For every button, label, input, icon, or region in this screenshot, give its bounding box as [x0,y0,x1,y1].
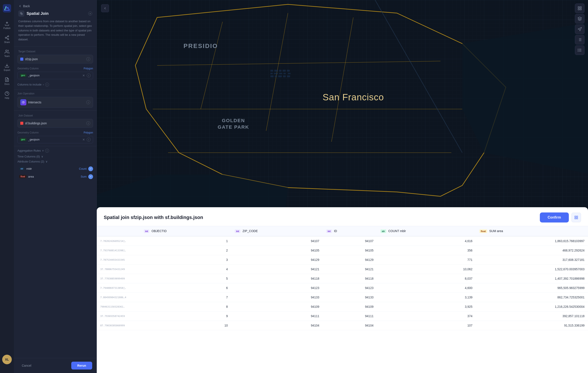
result-table: int OBJECTID int ZIP_CODE int ID str [97,226,588,330]
cell-zipcode: 94109 [231,302,323,311]
join-geo-info[interactable]: i [87,138,91,142]
confirm-button[interactable]: Confirm [540,212,569,222]
svg-point-1 [8,35,9,37]
table-row: 37.77838859899499 5 94118 94118 8,037 1,… [97,274,588,283]
svg-marker-48 [578,27,582,31]
result-panel: Spatial join sfzip.json with sf.building… [97,207,588,373]
app-logo[interactable] [2,3,12,13]
zipcode-type-badge: int [235,230,240,233]
svg-rect-63 [577,218,578,219]
sidebar-publish-label: Publish [3,27,11,29]
cancel-button[interactable]: Cancel [18,362,35,370]
cell-sum-area: 1,522,670.003957003 [476,264,588,274]
rerun-button[interactable]: Rerun [71,362,92,370]
target-geo-info[interactable]: i [87,74,91,77]
cell-prefix: 7.787534455433345 [97,255,140,264]
join-geo-remove-btn[interactable]: ✕ [82,138,85,141]
cell-count-mblr: 4,600 [377,283,476,293]
join-op-name: Intersects [28,100,42,104]
svg-rect-37 [283,76,286,77]
target-dataset-dot [20,58,23,61]
columns-include-row[interactable]: Columns to include › i [14,81,96,88]
geo-type-badge: geo [20,74,26,77]
svg-point-2 [5,37,7,38]
result-actions: Confirm [540,212,581,222]
map-list-icon[interactable] [575,35,585,44]
result-table-wrap[interactable]: int OBJECTID int ZIP_CODE int ID str [97,226,588,373]
col-header-count-mblr: str COUNT mblr [377,226,476,236]
sidebar-item-team[interactable]: Team [1,46,13,60]
target-dataset-card: sfzip.json i [17,55,93,64]
svg-rect-64 [575,218,576,219]
map-collapse-button[interactable] [101,4,109,12]
title-info-icon[interactable]: ≡ [88,11,92,15]
cell-prefix: 7904631150328361, [97,302,140,311]
map-draw-icon[interactable] [575,24,585,34]
cell-prefix: 37.79369358742459 [97,311,140,321]
cell-objectid: 7 [140,293,231,302]
cell-count-mblr: 3,139 [377,293,476,302]
cell-id: 94121 [323,264,377,274]
aggregation-section: Aggregation Rules ∨ i Time Columns (0) ∨… [14,147,96,182]
panel-grid-icon[interactable] [571,213,581,222]
svg-rect-34 [271,76,273,77]
svg-rect-30 [274,73,278,74]
attr-columns-row[interactable]: Attribute Columns (2) ∨ [17,160,93,163]
bottom-actions: Cancel Rerun [14,358,96,373]
cell-objectid: 5 [140,274,231,283]
sidebar-item-publish[interactable]: Publish [1,18,13,32]
join-geo-type-badge: geo [20,138,26,141]
sidebar-item-share[interactable]: Share [1,32,13,46]
result-title: Spatial join sfzip.json with sf.building… [104,215,203,220]
map-filter-icon[interactable] [575,45,585,55]
cell-zipcode: 94104 [231,321,323,330]
svg-rect-29 [271,73,273,74]
join-geo-col-name: _geojson [28,138,81,141]
cell-id: 94109 [323,302,377,311]
col-header-row-prefix [97,226,140,236]
agg-rule-mblr: str mblr Count ✓ [19,165,93,173]
svg-rect-31 [279,73,282,74]
cell-prefix: 7.79376881413398], [97,246,140,255]
cell-objectid: 3 [140,255,231,264]
time-columns-row[interactable]: Time Columns (0) ∨ [17,155,93,158]
join-op-info[interactable]: i [86,100,90,104]
agg-label: Aggregation Rules [17,149,41,152]
svg-point-7 [5,91,9,95]
cell-sum-area: 317,608.327181 [476,255,588,264]
cell-zipcode: 94118 [231,274,323,283]
join-dataset-dot [20,122,23,125]
svg-point-60 [578,51,578,52]
sidebar-item-export[interactable]: Export [1,60,13,74]
join-op-card[interactable]: Intersects i [17,97,93,108]
map-layers-icon[interactable] [575,3,585,13]
table-row: 7.79480697313858], 6 94123 94123 4,600 9… [97,283,588,293]
sidebar-item-help[interactable]: Help [1,88,13,102]
join-dataset-info[interactable]: i [86,121,90,125]
svg-point-10 [21,13,23,15]
join-dataset-card: sf.buildings.json i [17,119,93,128]
svg-text:GOLDEN: GOLDEN [222,118,245,123]
map-3d-icon[interactable] [575,14,585,23]
cell-prefix: 87.79030385860999 [97,321,140,330]
map-right-icons [575,3,585,55]
join-op-label: Join Operation [17,92,93,95]
target-dataset-info[interactable]: i [86,57,90,61]
agg-info[interactable]: i [45,149,49,153]
target-geo-remove-btn[interactable]: ✕ [82,74,85,77]
sidebar-item-docs[interactable]: Docs [1,74,13,88]
cell-sum-area: 1,216,226.542530004 [476,302,588,311]
cell-count-mblr: 3,925 [377,302,476,311]
panel-title: Spatial Join [18,11,49,17]
cell-id: 94111 [323,311,377,321]
back-button[interactable]: Back [18,4,30,8]
cell-sum-area: 965,505.983275999 [476,283,588,293]
columns-info[interactable]: i [45,83,49,87]
user-avatar[interactable]: XL [2,355,12,364]
user-area: XL [2,355,12,370]
svg-point-9 [20,12,22,14]
svg-point-59 [578,50,578,50]
svg-rect-35 [275,76,277,77]
cell-zipcode: 94105 [231,246,323,255]
svg-rect-27 [283,70,286,72]
